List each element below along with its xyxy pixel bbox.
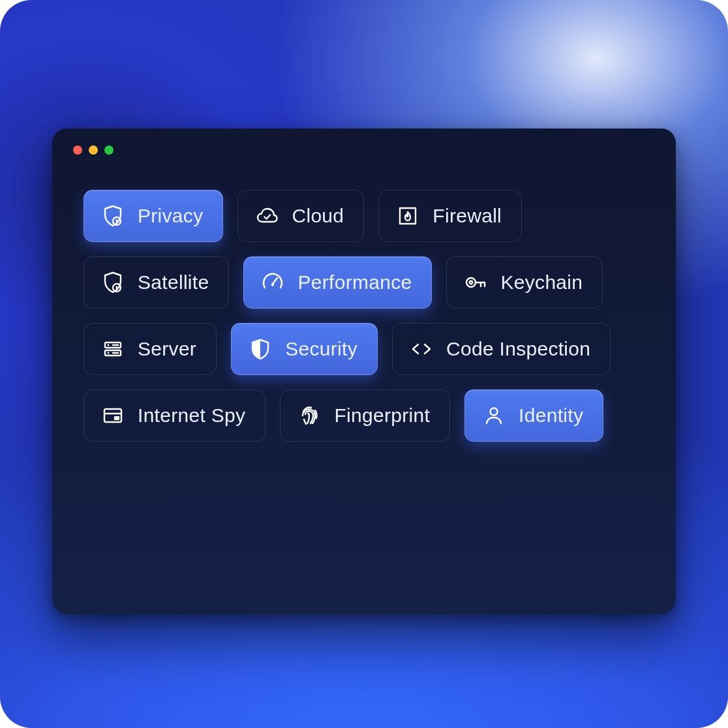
svg-rect-13 (114, 416, 119, 420)
tag-label: Performance (297, 271, 412, 294)
tag-firewall[interactable]: Firewall (378, 190, 522, 242)
code-icon (410, 337, 433, 361)
tag-cloud[interactable]: Cloud (237, 190, 364, 242)
tag-label: Code Inspection (446, 338, 590, 360)
svg-point-10 (108, 344, 110, 346)
background: Privacy Cloud Firewall Satellite (0, 0, 728, 728)
svg-point-6 (466, 278, 476, 287)
fireplace-icon (396, 204, 419, 228)
tag-label: Identity (519, 404, 583, 427)
server-icon (101, 337, 125, 361)
key-icon (464, 271, 487, 294)
minimize-button[interactable] (89, 145, 98, 155)
tag-label: Fingerprint (334, 404, 430, 427)
tag-label: Satellite (138, 271, 209, 294)
tag-keychain[interactable]: Keychain (446, 256, 603, 309)
svg-point-14 (491, 408, 498, 416)
tag-label: Keychain (500, 271, 583, 294)
fingerprint-icon (297, 404, 321, 427)
tag-label: Internet Spy (138, 404, 245, 427)
tag-code-inspection[interactable]: Code Inspection (392, 323, 611, 375)
app-window: Privacy Cloud Firewall Satellite (52, 129, 676, 614)
person-icon (482, 404, 506, 427)
tag-label: Privacy (138, 205, 203, 227)
browser-icon (101, 404, 125, 427)
shield-half-icon (249, 337, 272, 361)
close-button[interactable] (73, 145, 82, 155)
tag-grid: Privacy Cloud Firewall Satellite (70, 190, 658, 442)
tag-privacy[interactable]: Privacy (83, 190, 223, 242)
svg-point-5 (271, 283, 274, 286)
tag-label: Server (138, 338, 196, 360)
gauge-icon (261, 271, 284, 294)
svg-point-7 (470, 281, 472, 284)
cloud-check-icon (255, 204, 279, 228)
tag-server[interactable]: Server (83, 323, 217, 375)
tag-satellite[interactable]: Satellite (83, 256, 229, 309)
tag-performance[interactable]: Performance (243, 256, 432, 309)
fullscreen-button[interactable] (104, 145, 114, 155)
tag-label: Security (285, 338, 357, 360)
tag-fingerprint[interactable]: Fingerprint (280, 389, 450, 442)
tag-identity[interactable]: Identity (464, 389, 603, 442)
window-controls (70, 143, 658, 155)
svg-point-11 (108, 352, 110, 354)
tag-label: Firewall (432, 205, 502, 227)
shield-lock-icon (101, 204, 125, 228)
shield-lock-icon (101, 271, 125, 294)
tag-label: Cloud (292, 205, 344, 227)
tag-internet-spy[interactable]: Internet Spy (83, 389, 265, 442)
tag-security[interactable]: Security (231, 323, 378, 375)
